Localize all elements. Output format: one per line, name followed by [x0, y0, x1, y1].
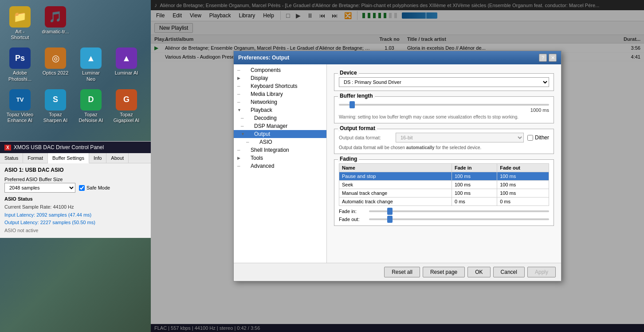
fading-row-seek[interactable]: Seek 100 ms 100 ms: [339, 181, 549, 189]
xmos-tab-info[interactable]: Info: [89, 153, 106, 163]
fading-section-label: Fading: [338, 156, 359, 162]
tree-item-display[interactable]: ▶ Display: [234, 74, 326, 82]
dither-checkbox[interactable]: [527, 135, 533, 141]
tree-item-label: DSP Manager: [254, 123, 287, 129]
desktop-icon-luminar-neo[interactable]: ▲ Luminar Neo: [75, 46, 106, 83]
tree-item-label: Keyboard Shortcuts: [251, 83, 297, 89]
fading-fade-out: 100 ms: [497, 181, 549, 189]
expand-icon: ▶: [237, 156, 242, 160]
xmos-device-name: ASIO 1: USB DAC ASIO: [4, 167, 146, 173]
desktop-icon-topaz-gigapixel[interactable]: G TopazGigapixel AI: [111, 87, 142, 125]
fading-row-pause-stop[interactable]: Pause and stop 100 ms 100 ms: [339, 172, 549, 181]
desktop-icon-label: TopazSharpen AI: [43, 112, 67, 123]
format-row: Output data format: 16-bit Dither: [339, 133, 549, 142]
fade-in-thumb[interactable]: [387, 208, 393, 215]
output-format-section: Output format Output data format: 16-bit…: [334, 129, 554, 154]
luminar-ai-icon: ▲: [116, 47, 137, 69]
device-select-row: DS : Primary Sound Driver: [339, 77, 549, 87]
tree-item-output[interactable]: ▼ Output: [234, 130, 326, 138]
desktop-icon-label: TopazDeNoise AI: [79, 112, 103, 123]
tree-item-label: Networking: [251, 99, 277, 105]
reset-page-button[interactable]: Reset page: [423, 267, 465, 277]
fading-fade-out: 0 ms: [497, 198, 549, 206]
xmos-tab-about[interactable]: About: [106, 153, 129, 163]
tree-item-label: Components: [251, 67, 281, 73]
apply-button[interactable]: Apply: [527, 267, 556, 277]
tree-item-label: Output: [254, 131, 270, 137]
xmos-buffer-select[interactable]: 2048 samples 1024 samples 512 samples: [4, 183, 75, 193]
tree-item-advanced[interactable]: ─ Advanced: [234, 162, 326, 170]
content-panel: Device DS : Primary Sound Driver Buffer …: [327, 64, 561, 263]
desktop-icon-luminar-ai[interactable]: ▲ Luminar AI: [111, 46, 142, 83]
desktop-icon-topaz-denoise[interactable]: D TopazDeNoise AI: [75, 87, 106, 125]
modal-help-button[interactable]: ?: [539, 54, 547, 62]
output-data-format-select[interactable]: 16-bit: [396, 133, 524, 142]
tree-item-media-library[interactable]: ─ Media Library: [234, 90, 326, 98]
modal-title-bar: Preferences: Output ? ✕: [234, 51, 561, 64]
fading-row-manual-track[interactable]: Manual track change 100 ms 100 ms: [339, 189, 549, 198]
xmos-tab-buffer[interactable]: Buffer Settings: [48, 153, 89, 163]
expand-icon: ─: [237, 100, 242, 104]
xmos-output-latency: Output Latency: 2227 samples (50.50 ms): [4, 219, 146, 227]
desktop-icon-label: Luminar Neo: [77, 70, 105, 82]
fade-in-row: Fade in:: [339, 209, 549, 214]
tree-item-keyboard-shortcuts[interactable]: ─ Keyboard Shortcuts: [234, 82, 326, 90]
reset-all-button[interactable]: Reset all: [384, 267, 420, 277]
xmos-status-section: ASIO Status Current Sample Rate: 44100 H…: [4, 196, 146, 234]
modal-close-button[interactable]: ✕: [549, 54, 557, 62]
desktop-icon-optics[interactable]: ◎ Optics 2022: [40, 46, 71, 83]
xmos-safe-mode-checkbox[interactable]: [79, 185, 85, 191]
device-dropdown[interactable]: DS : Primary Sound Driver: [339, 77, 549, 87]
expand-icon: ▶: [237, 76, 242, 80]
modal-body: ─ Components ▶ Display ─ Keyboard Shortc…: [234, 64, 561, 263]
xmos-tab-format[interactable]: Format: [23, 153, 48, 163]
buffer-slider-track[interactable]: [339, 104, 549, 106]
fading-row-auto-track[interactable]: Automatic track change 0 ms 0 ms: [339, 198, 549, 206]
photoshop-icon: Ps: [9, 47, 31, 69]
xmos-device-label: ASIO 1: USB DAC ASIO: [4, 167, 146, 173]
fading-table: Name Fade in Fade out Pause and stop 100…: [339, 163, 549, 206]
tree-item-label: Decoding: [254, 115, 277, 121]
buffer-length-section: Buffer length 1000 ms Warning: setting t…: [334, 96, 554, 123]
fade-out-row: Fade out:: [339, 217, 549, 222]
xmos-title-text: XMOS USB DAC Driver Control Panel: [14, 144, 104, 150]
desktop-icon-art-shortcut[interactable]: 📁 Art -Shortcut: [4, 4, 35, 42]
preferences-modal: Preferences: Output ? ✕ ─ Components ▶: [233, 51, 562, 281]
player-area: ♪ Aliénor de Bretagne; Ensemble Organum,…: [151, 0, 644, 332]
expand-icon: ─: [241, 116, 245, 120]
desktop: 📁 Art -Shortcut 🎵 dramatic-tr... Ps Adob…: [0, 0, 151, 332]
tree-item-decoding[interactable]: ─ Decoding: [234, 114, 326, 122]
cancel-button[interactable]: Cancel: [493, 267, 525, 277]
fade-out-slider[interactable]: [369, 218, 549, 220]
ok-button[interactable]: OK: [467, 267, 490, 277]
fading-fade-out: 100 ms: [497, 172, 549, 181]
topaz-sharpen-icon: S: [45, 89, 66, 111]
tree-item-dsp-manager[interactable]: ─ DSP Manager: [234, 122, 326, 130]
fade-in-slider[interactable]: [369, 210, 549, 212]
buffer-slider-thumb[interactable]: [349, 101, 355, 108]
optics-icon: ◎: [45, 47, 66, 69]
dither-label: Dither: [535, 134, 549, 141]
fade-out-thumb[interactable]: [387, 216, 393, 223]
xmos-tab-status[interactable]: Status: [0, 153, 23, 163]
tree-item-shell-integration[interactable]: ─ Shell Integration: [234, 146, 326, 154]
device-section: Device DS : Primary Sound Driver: [334, 73, 554, 91]
modal-overlay: Preferences: Output ? ✕ ─ Components ▶: [151, 0, 644, 332]
desktop-icon-dramatic[interactable]: 🎵 dramatic-tr...: [40, 4, 71, 42]
xmos-input-latency: Input Latency: 2092 samples (47.44 ms): [4, 211, 146, 219]
desktop-icons: 📁 Art -Shortcut 🎵 dramatic-tr... Ps Adob…: [4, 4, 142, 125]
desktop-icon-topaz-sharpen[interactable]: S TopazSharpen AI: [40, 87, 71, 125]
tree-item-asio[interactable]: ─ ASIO: [234, 138, 326, 146]
xmos-buffer-label: Preferred ASIO Buffer Size: [4, 177, 146, 182]
desktop-icon-photoshop[interactable]: Ps AdobePhotoshi...: [4, 46, 35, 83]
tree-item-networking[interactable]: ─ Networking: [234, 98, 326, 106]
fading-name: Pause and stop: [339, 172, 452, 181]
tree-item-components[interactable]: ─ Components: [234, 66, 326, 74]
tree-item-playback[interactable]: ▼ Playback: [234, 106, 326, 114]
xmos-sample-rate: Current Sample Rate: 44100 Hz: [4, 203, 146, 211]
fade-out-label: Fade out:: [339, 217, 365, 222]
desktop-icon-topaz-video[interactable]: TV Topaz VideoEnhance AI: [4, 87, 35, 125]
tree-item-tools[interactable]: ▶ Tools: [234, 154, 326, 162]
xmos-safe-mode-label: Safe Mode: [86, 185, 110, 190]
format-note: Output data format will be chosen automa…: [339, 145, 549, 150]
